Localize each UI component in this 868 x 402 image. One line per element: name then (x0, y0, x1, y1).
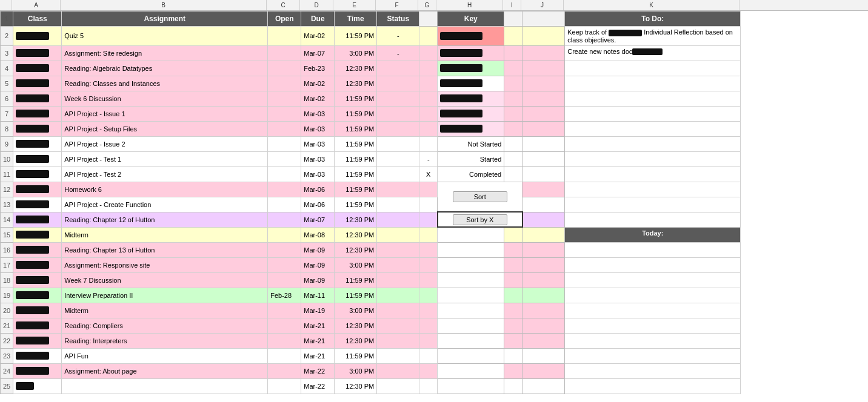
status-cell (377, 333, 419, 348)
col-letter-G: G (418, 0, 436, 10)
row-num: 3 (1, 45, 13, 61)
col-J-cell (522, 45, 565, 61)
key-cell (438, 288, 504, 303)
col-J-cell (522, 288, 565, 303)
table-row: 22 Reading: Interpreters Mar-21 12:30 PM (1, 333, 741, 348)
col-letter-H: H (436, 0, 503, 10)
row-num: 17 (1, 257, 13, 272)
col-G-cell (419, 288, 438, 303)
key-started: Started (438, 151, 504, 166)
key-cell (438, 227, 504, 242)
col-G-cell (419, 121, 438, 136)
col-J-cell (522, 303, 565, 318)
due-cell: Mar-21 (301, 348, 335, 363)
col-I-cell (504, 318, 522, 333)
col-G-cell: X (419, 166, 438, 182)
col-I-header (504, 12, 522, 27)
todo-cell-13 (565, 197, 741, 212)
time-cell: 12:30 PM (335, 212, 377, 227)
due-cell: Mar-09 (301, 242, 335, 257)
status-cell (377, 363, 419, 378)
time-cell: 11:59 PM (335, 106, 377, 121)
sort-by-x-button[interactable]: Sort by X (453, 214, 507, 225)
todo-cell-3: Create new notes doc (565, 45, 741, 61)
row-num: 6 (1, 91, 13, 106)
assignment-cell (62, 378, 268, 394)
open-cell (268, 378, 301, 394)
due-cell: Mar-06 (301, 197, 335, 212)
class-cell (13, 76, 62, 91)
open-cell (268, 91, 301, 106)
time-cell: 3:00 PM (335, 45, 377, 61)
status-cell (377, 212, 419, 227)
status-cell (377, 166, 419, 182)
assignment-cell: Homework 6 (62, 182, 268, 197)
time-cell: 12:30 PM (335, 76, 377, 91)
key-cell (438, 257, 504, 272)
class-cell (13, 257, 62, 272)
row-num: 23 (1, 348, 13, 363)
col-G-cell (419, 106, 438, 121)
row-num: 7 (1, 106, 13, 121)
class-cell (13, 227, 62, 242)
col-G-cell (419, 91, 438, 106)
time-cell: 3:00 PM (335, 363, 377, 378)
time-cell: 12:30 PM (335, 318, 377, 333)
col-J-cell (522, 182, 565, 197)
todo-cell-8 (565, 121, 741, 136)
col-I-cell (504, 27, 522, 46)
time-cell: 3:00 PM (335, 257, 377, 272)
col-G-cell (419, 318, 438, 333)
col-I-cell (504, 166, 522, 182)
table-row: 7 API Project - Issue 1 Mar-03 11:59 PM (1, 106, 741, 121)
grid-main: 1 Class Assignment Open Due Time Status … (0, 11, 868, 402)
table-row: 10 API Project - Test 1 Mar-03 11:59 PM … (1, 151, 741, 166)
table-row: 24 Assignment: About page Mar-22 3:00 PM (1, 363, 741, 378)
todo-cell-10 (565, 151, 741, 166)
row-num: 21 (1, 318, 13, 333)
assignment-cell: Reading: Interpreters (62, 333, 268, 348)
col-letter-A: A (12, 0, 61, 10)
table-row: 4 Reading: Algebraic Datatypes Feb-23 12… (1, 61, 741, 76)
col-J-cell (522, 363, 565, 378)
col-J-header (522, 12, 565, 27)
sort-button[interactable]: Sort (453, 191, 507, 202)
key-cell-4 (438, 61, 504, 76)
due-cell: Mar-19 (301, 303, 335, 318)
todo-cell-23 (565, 348, 741, 363)
assignment-cell: Reading: Classes and Instances (62, 76, 268, 91)
time-cell: 12:30 PM (335, 61, 377, 76)
key-cell (438, 333, 504, 348)
assignment-cell: API Project - Test 1 (62, 151, 268, 166)
assignment-cell: Assignment: Responsive site (62, 257, 268, 272)
today-header: Today: (565, 227, 741, 242)
status-cell (377, 182, 419, 197)
status-cell (377, 106, 419, 121)
row-num: 8 (1, 121, 13, 136)
todo-cell-6 (565, 91, 741, 106)
sort-by-x-cell: Sort by X (438, 212, 522, 227)
col-J-cell (522, 318, 565, 333)
row-num: 14 (1, 212, 13, 227)
key-cell-3 (438, 45, 504, 61)
col-G-cell (419, 27, 438, 46)
row-num: 12 (1, 182, 13, 197)
status-cell (377, 257, 419, 272)
col-J-cell (522, 378, 565, 394)
due-cell: Mar-03 (301, 151, 335, 166)
col-J-cell (522, 227, 565, 242)
assignment-cell: Assignment: About page (62, 363, 268, 378)
time-cell: 11:59 PM (335, 272, 377, 288)
todo-cell-20 (565, 303, 741, 318)
col-I-cell (504, 136, 522, 151)
time-cell: 3:00 PM (335, 303, 377, 318)
row-num: 4 (1, 61, 13, 76)
table-row: 16 Reading: Chapter 13 of Hutton Mar-09 … (1, 242, 741, 257)
open-cell (268, 76, 301, 91)
status-cell (377, 61, 419, 76)
key-cell (438, 242, 504, 257)
due-cell: Mar-02 (301, 76, 335, 91)
col-todo-header: To Do: (565, 12, 741, 27)
due-cell: Mar-06 (301, 182, 335, 197)
status-cell (377, 272, 419, 288)
